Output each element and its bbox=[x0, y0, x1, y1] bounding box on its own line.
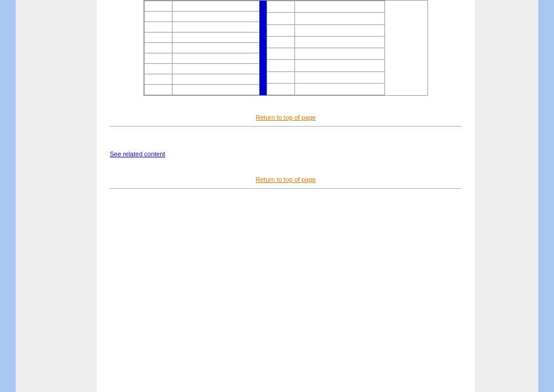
cell bbox=[145, 43, 172, 53]
cell bbox=[295, 24, 385, 36]
table-divider-bar bbox=[260, 1, 267, 95]
back-to-top-anchor-2[interactable]: Return to top of page bbox=[256, 176, 315, 183]
table-row bbox=[267, 1, 385, 13]
table-row bbox=[145, 64, 260, 74]
cell bbox=[172, 12, 260, 22]
cell bbox=[172, 74, 260, 85]
cell bbox=[295, 71, 385, 83]
table-row bbox=[267, 13, 385, 24]
back-to-top-link-2: Return to top of page bbox=[110, 175, 462, 184]
table-row bbox=[267, 71, 385, 83]
cell bbox=[145, 33, 172, 43]
inline-link-section: See related content bbox=[110, 150, 462, 158]
cell bbox=[172, 1, 260, 12]
left-sidebar bbox=[16, 0, 97, 392]
gutter-left bbox=[97, 0, 104, 392]
table-row bbox=[145, 43, 260, 53]
cell bbox=[172, 22, 260, 33]
cell bbox=[145, 85, 172, 95]
cell bbox=[267, 24, 295, 36]
cell bbox=[172, 33, 260, 43]
cell bbox=[145, 64, 172, 74]
section-separator-1 bbox=[110, 126, 462, 127]
cell bbox=[295, 36, 385, 48]
table-row bbox=[267, 48, 385, 60]
cell bbox=[267, 83, 295, 95]
cell bbox=[145, 74, 172, 85]
cell bbox=[145, 1, 172, 12]
data-table-right bbox=[267, 1, 385, 95]
cell bbox=[295, 83, 385, 95]
related-content-link[interactable]: See related content bbox=[110, 150, 165, 157]
cell bbox=[172, 85, 260, 95]
cell bbox=[295, 60, 385, 71]
table-row bbox=[145, 22, 260, 33]
outer-frame: Return to top of page See related conten… bbox=[0, 0, 554, 392]
table-row bbox=[145, 12, 260, 22]
table-row bbox=[145, 53, 260, 64]
cell bbox=[295, 13, 385, 24]
back-to-top-link-1: Return to top of page bbox=[110, 113, 462, 121]
cell bbox=[295, 1, 385, 13]
table-row bbox=[267, 24, 385, 36]
cell bbox=[295, 48, 385, 60]
table-row bbox=[267, 60, 385, 71]
cell bbox=[267, 13, 295, 24]
cell bbox=[267, 71, 295, 83]
cell bbox=[267, 48, 295, 60]
cell bbox=[172, 53, 260, 64]
data-table-left bbox=[144, 1, 260, 95]
table-row bbox=[267, 36, 385, 48]
cell bbox=[267, 60, 295, 71]
cell bbox=[172, 43, 260, 53]
cell bbox=[267, 36, 295, 48]
cell bbox=[145, 12, 172, 22]
table-row bbox=[145, 85, 260, 95]
back-to-top-anchor[interactable]: Return to top of page bbox=[256, 114, 315, 121]
main-content: Return to top of page See related conten… bbox=[104, 0, 467, 392]
section-separator-2 bbox=[110, 188, 462, 189]
table-row bbox=[267, 83, 385, 95]
data-table-container bbox=[143, 0, 428, 96]
cell bbox=[172, 64, 260, 74]
gutter-right bbox=[467, 0, 474, 392]
cell bbox=[145, 53, 172, 64]
right-sidebar bbox=[474, 0, 538, 392]
cell bbox=[145, 22, 172, 33]
table-row bbox=[145, 1, 260, 12]
table-row bbox=[145, 74, 260, 85]
cell bbox=[267, 1, 295, 13]
table-row bbox=[145, 33, 260, 43]
page-container: Return to top of page See related conten… bbox=[16, 0, 538, 392]
